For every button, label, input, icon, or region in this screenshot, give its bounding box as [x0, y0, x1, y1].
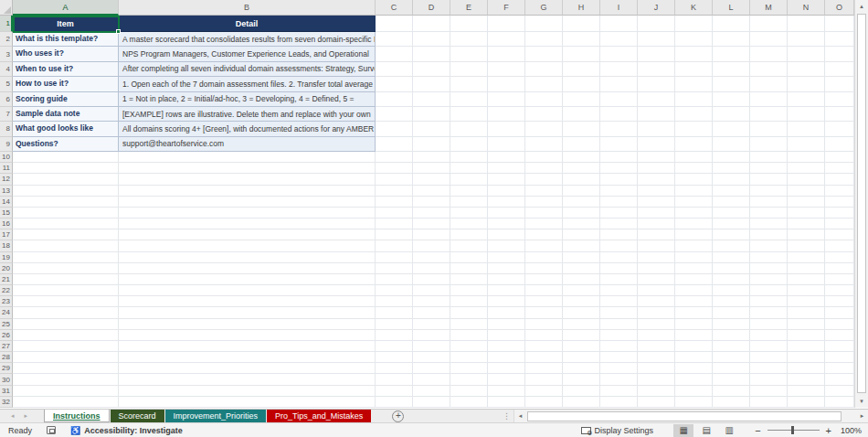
cell-F22[interactable] — [488, 285, 525, 296]
cell-K6[interactable] — [675, 92, 713, 107]
row-header-10[interactable]: 10 — [0, 152, 13, 163]
cell-E8[interactable] — [450, 122, 488, 136]
cell-M5[interactable] — [750, 77, 788, 91]
cell-B8[interactable]: All domains scoring 4+ [Green], with doc… — [119, 122, 376, 136]
cell-J32[interactable] — [638, 397, 675, 408]
cell-B28[interactable] — [119, 352, 376, 363]
cell-J9[interactable] — [638, 137, 675, 152]
cell-A26[interactable] — [13, 330, 119, 341]
cell-I28[interactable] — [600, 352, 638, 363]
cell-D5[interactable] — [413, 77, 450, 91]
cell-L18[interactable] — [713, 240, 750, 251]
cell-E7[interactable] — [450, 107, 488, 122]
cell-I13[interactable] — [600, 186, 638, 197]
cell-C18[interactable] — [376, 240, 413, 251]
cell-N24[interactable] — [788, 307, 825, 318]
cell-E25[interactable] — [450, 319, 488, 330]
cell-F25[interactable] — [488, 319, 525, 330]
zoom-slider-handle[interactable] — [791, 426, 794, 434]
cell-K21[interactable] — [675, 274, 713, 285]
cell-M31[interactable] — [750, 386, 788, 397]
cell-K24[interactable] — [675, 307, 713, 318]
cell-M17[interactable] — [750, 229, 788, 240]
cell-H7[interactable] — [563, 107, 600, 122]
cell-J19[interactable] — [638, 252, 675, 263]
cell-A10[interactable] — [13, 152, 119, 163]
cell-H5[interactable] — [563, 77, 600, 91]
cell-F31[interactable] — [488, 386, 525, 397]
cell-B30[interactable] — [119, 374, 376, 385]
cell-L29[interactable] — [713, 363, 750, 374]
cell-M26[interactable] — [750, 330, 788, 341]
cell-M15[interactable] — [750, 208, 788, 218]
normal-view-button[interactable]: ▦ — [673, 424, 693, 437]
cell-L2[interactable] — [713, 32, 750, 47]
cell-O8[interactable] — [825, 122, 854, 136]
cell-C11[interactable] — [376, 163, 413, 174]
cell-E12[interactable] — [450, 174, 488, 185]
cell-H1[interactable] — [563, 16, 600, 32]
cell-D22[interactable] — [413, 285, 450, 296]
cell-K11[interactable] — [675, 163, 713, 174]
cell-K20[interactable] — [675, 263, 713, 274]
row-header-25[interactable]: 25 — [0, 319, 13, 330]
cell-M2[interactable] — [750, 32, 788, 47]
cell-M25[interactable] — [750, 319, 788, 330]
cell-A31[interactable] — [13, 386, 119, 397]
row-header-19[interactable]: 19 — [0, 252, 13, 263]
cell-N26[interactable] — [788, 330, 825, 341]
cell-C5[interactable] — [376, 77, 413, 91]
cell-H25[interactable] — [563, 319, 600, 330]
cell-E3[interactable] — [450, 47, 488, 61]
cell-M14[interactable] — [750, 197, 788, 208]
cell-O26[interactable] — [825, 330, 854, 341]
cell-L16[interactable] — [713, 218, 750, 229]
cell-M11[interactable] — [750, 163, 788, 174]
cell-D14[interactable] — [413, 197, 450, 208]
cell-G7[interactable] — [525, 107, 563, 122]
cell-O11[interactable] — [825, 163, 854, 174]
cell-K7[interactable] — [675, 107, 713, 122]
cell-K5[interactable] — [675, 77, 713, 91]
cell-I2[interactable] — [600, 32, 638, 47]
row-header-14[interactable]: 14 — [0, 197, 13, 208]
cell-L24[interactable] — [713, 307, 750, 318]
cell-K22[interactable] — [675, 285, 713, 296]
cell-I27[interactable] — [600, 341, 638, 352]
cell-K23[interactable] — [675, 296, 713, 307]
cell-O3[interactable] — [825, 47, 854, 61]
cell-F11[interactable] — [488, 163, 525, 174]
cell-I23[interactable] — [600, 296, 638, 307]
cell-K8[interactable] — [675, 122, 713, 136]
cell-A29[interactable] — [13, 363, 119, 374]
sheet-tab-pro_tips_and_mistakes[interactable]: Pro_Tips_and_Mistakes — [267, 410, 371, 422]
cell-H11[interactable] — [563, 163, 600, 174]
cell-D23[interactable] — [413, 296, 450, 307]
cell-M32[interactable] — [750, 397, 788, 408]
cell-K17[interactable] — [675, 229, 713, 240]
cell-B15[interactable] — [119, 208, 376, 218]
cell-A24[interactable] — [13, 307, 119, 318]
cell-I11[interactable] — [600, 163, 638, 174]
cell-N20[interactable] — [788, 263, 825, 274]
cell-G27[interactable] — [525, 341, 563, 352]
cell-L19[interactable] — [713, 252, 750, 263]
macro-record-icon[interactable] — [47, 426, 56, 434]
cell-L7[interactable] — [713, 107, 750, 122]
cell-K26[interactable] — [675, 330, 713, 341]
cell-E9[interactable] — [450, 137, 488, 152]
cell-H9[interactable] — [563, 137, 600, 152]
cell-H30[interactable] — [563, 374, 600, 385]
cell-D12[interactable] — [413, 174, 450, 185]
cell-D30[interactable] — [413, 374, 450, 385]
cell-D18[interactable] — [413, 240, 450, 251]
cell-E17[interactable] — [450, 229, 488, 240]
cell-F6[interactable] — [488, 92, 525, 107]
cell-G9[interactable] — [525, 137, 563, 152]
cell-A22[interactable] — [13, 285, 119, 296]
cell-O10[interactable] — [825, 152, 854, 163]
cell-L17[interactable] — [713, 229, 750, 240]
cell-H32[interactable] — [563, 397, 600, 408]
cell-D16[interactable] — [413, 218, 450, 229]
cell-L4[interactable] — [713, 62, 750, 77]
